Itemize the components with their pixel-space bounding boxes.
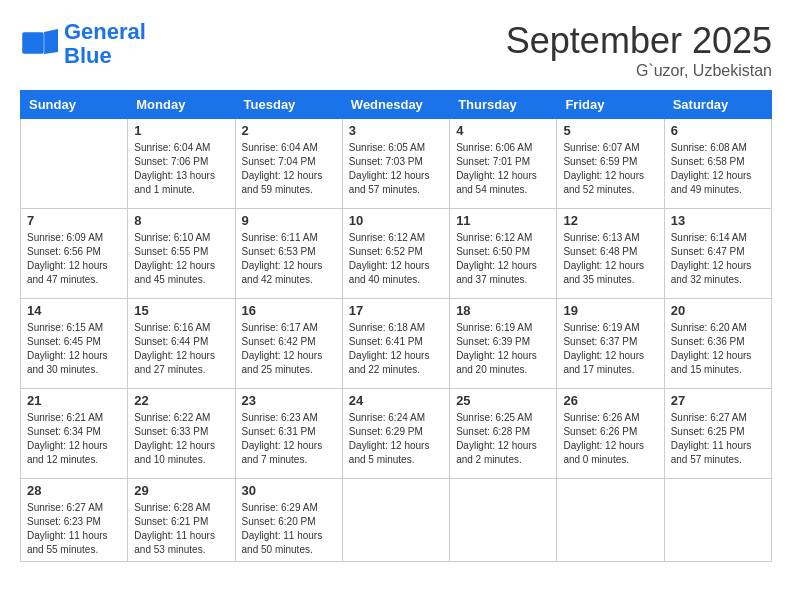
day-info: Sunrise: 6:06 AMSunset: 7:01 PMDaylight:… — [456, 141, 550, 197]
day-info: Sunrise: 6:19 AMSunset: 6:39 PMDaylight:… — [456, 321, 550, 377]
day-number: 25 — [456, 393, 550, 408]
calendar-cell: 24Sunrise: 6:24 AMSunset: 6:29 PMDayligh… — [342, 389, 449, 479]
day-info: Sunrise: 6:27 AMSunset: 6:23 PMDaylight:… — [27, 501, 121, 557]
logo: General Blue — [20, 20, 146, 68]
day-number: 27 — [671, 393, 765, 408]
day-number: 18 — [456, 303, 550, 318]
calendar-cell — [21, 119, 128, 209]
calendar-table: SundayMondayTuesdayWednesdayThursdayFrid… — [20, 90, 772, 562]
page-header: General Blue September 2025 G`uzor, Uzbe… — [20, 20, 772, 80]
day-info: Sunrise: 6:27 AMSunset: 6:25 PMDaylight:… — [671, 411, 765, 467]
calendar-cell: 11Sunrise: 6:12 AMSunset: 6:50 PMDayligh… — [450, 209, 557, 299]
calendar-cell — [450, 479, 557, 562]
day-info: Sunrise: 6:19 AMSunset: 6:37 PMDaylight:… — [563, 321, 657, 377]
calendar-cell: 20Sunrise: 6:20 AMSunset: 6:36 PMDayligh… — [664, 299, 771, 389]
calendar-cell — [557, 479, 664, 562]
logo-line2: Blue — [64, 43, 112, 68]
day-info: Sunrise: 6:26 AMSunset: 6:26 PMDaylight:… — [563, 411, 657, 467]
day-number: 13 — [671, 213, 765, 228]
day-number: 28 — [27, 483, 121, 498]
day-info: Sunrise: 6:20 AMSunset: 6:36 PMDaylight:… — [671, 321, 765, 377]
day-info: Sunrise: 6:15 AMSunset: 6:45 PMDaylight:… — [27, 321, 121, 377]
day-info: Sunrise: 6:05 AMSunset: 7:03 PMDaylight:… — [349, 141, 443, 197]
day-number: 26 — [563, 393, 657, 408]
title-block: September 2025 G`uzor, Uzbekistan — [506, 20, 772, 80]
day-info: Sunrise: 6:04 AMSunset: 7:06 PMDaylight:… — [134, 141, 228, 197]
day-info: Sunrise: 6:21 AMSunset: 6:34 PMDaylight:… — [27, 411, 121, 467]
calendar-cell: 23Sunrise: 6:23 AMSunset: 6:31 PMDayligh… — [235, 389, 342, 479]
day-number: 17 — [349, 303, 443, 318]
calendar-cell: 9Sunrise: 6:11 AMSunset: 6:53 PMDaylight… — [235, 209, 342, 299]
day-number: 2 — [242, 123, 336, 138]
day-number: 9 — [242, 213, 336, 228]
column-header-tuesday: Tuesday — [235, 91, 342, 119]
calendar-cell: 16Sunrise: 6:17 AMSunset: 6:42 PMDayligh… — [235, 299, 342, 389]
logo-line1: General — [64, 19, 146, 44]
day-info: Sunrise: 6:24 AMSunset: 6:29 PMDaylight:… — [349, 411, 443, 467]
day-number: 1 — [134, 123, 228, 138]
day-number: 21 — [27, 393, 121, 408]
column-header-friday: Friday — [557, 91, 664, 119]
day-info: Sunrise: 6:04 AMSunset: 7:04 PMDaylight:… — [242, 141, 336, 197]
calendar-cell: 19Sunrise: 6:19 AMSunset: 6:37 PMDayligh… — [557, 299, 664, 389]
calendar-cell: 28Sunrise: 6:27 AMSunset: 6:23 PMDayligh… — [21, 479, 128, 562]
calendar-cell: 15Sunrise: 6:16 AMSunset: 6:44 PMDayligh… — [128, 299, 235, 389]
month-title: September 2025 — [506, 20, 772, 62]
day-info: Sunrise: 6:11 AMSunset: 6:53 PMDaylight:… — [242, 231, 336, 287]
calendar-cell: 18Sunrise: 6:19 AMSunset: 6:39 PMDayligh… — [450, 299, 557, 389]
day-number: 7 — [27, 213, 121, 228]
day-info: Sunrise: 6:14 AMSunset: 6:47 PMDaylight:… — [671, 231, 765, 287]
calendar-cell: 30Sunrise: 6:29 AMSunset: 6:20 PMDayligh… — [235, 479, 342, 562]
day-info: Sunrise: 6:08 AMSunset: 6:58 PMDaylight:… — [671, 141, 765, 197]
day-number: 22 — [134, 393, 228, 408]
calendar-cell: 12Sunrise: 6:13 AMSunset: 6:48 PMDayligh… — [557, 209, 664, 299]
day-info: Sunrise: 6:29 AMSunset: 6:20 PMDaylight:… — [242, 501, 336, 557]
column-header-wednesday: Wednesday — [342, 91, 449, 119]
calendar-week-row: 7Sunrise: 6:09 AMSunset: 6:56 PMDaylight… — [21, 209, 772, 299]
day-info: Sunrise: 6:16 AMSunset: 6:44 PMDaylight:… — [134, 321, 228, 377]
day-info: Sunrise: 6:25 AMSunset: 6:28 PMDaylight:… — [456, 411, 550, 467]
logo-icon — [20, 24, 60, 64]
calendar-cell: 13Sunrise: 6:14 AMSunset: 6:47 PMDayligh… — [664, 209, 771, 299]
day-number: 19 — [563, 303, 657, 318]
calendar-cell: 1Sunrise: 6:04 AMSunset: 7:06 PMDaylight… — [128, 119, 235, 209]
calendar-week-row: 28Sunrise: 6:27 AMSunset: 6:23 PMDayligh… — [21, 479, 772, 562]
day-number: 15 — [134, 303, 228, 318]
column-header-thursday: Thursday — [450, 91, 557, 119]
calendar-cell: 4Sunrise: 6:06 AMSunset: 7:01 PMDaylight… — [450, 119, 557, 209]
calendar-cell: 10Sunrise: 6:12 AMSunset: 6:52 PMDayligh… — [342, 209, 449, 299]
logo-text: General Blue — [64, 20, 146, 68]
day-info: Sunrise: 6:28 AMSunset: 6:21 PMDaylight:… — [134, 501, 228, 557]
calendar-cell: 21Sunrise: 6:21 AMSunset: 6:34 PMDayligh… — [21, 389, 128, 479]
day-number: 20 — [671, 303, 765, 318]
calendar-cell: 29Sunrise: 6:28 AMSunset: 6:21 PMDayligh… — [128, 479, 235, 562]
day-info: Sunrise: 6:09 AMSunset: 6:56 PMDaylight:… — [27, 231, 121, 287]
day-number: 30 — [242, 483, 336, 498]
svg-marker-1 — [44, 29, 58, 54]
day-number: 11 — [456, 213, 550, 228]
calendar-week-row: 14Sunrise: 6:15 AMSunset: 6:45 PMDayligh… — [21, 299, 772, 389]
day-info: Sunrise: 6:07 AMSunset: 6:59 PMDaylight:… — [563, 141, 657, 197]
calendar-cell: 17Sunrise: 6:18 AMSunset: 6:41 PMDayligh… — [342, 299, 449, 389]
day-number: 14 — [27, 303, 121, 318]
day-info: Sunrise: 6:12 AMSunset: 6:50 PMDaylight:… — [456, 231, 550, 287]
day-info: Sunrise: 6:12 AMSunset: 6:52 PMDaylight:… — [349, 231, 443, 287]
day-info: Sunrise: 6:23 AMSunset: 6:31 PMDaylight:… — [242, 411, 336, 467]
column-header-saturday: Saturday — [664, 91, 771, 119]
day-number: 5 — [563, 123, 657, 138]
day-info: Sunrise: 6:10 AMSunset: 6:55 PMDaylight:… — [134, 231, 228, 287]
calendar-header-row: SundayMondayTuesdayWednesdayThursdayFrid… — [21, 91, 772, 119]
calendar-cell: 3Sunrise: 6:05 AMSunset: 7:03 PMDaylight… — [342, 119, 449, 209]
day-number: 29 — [134, 483, 228, 498]
calendar-cell — [664, 479, 771, 562]
day-number: 24 — [349, 393, 443, 408]
day-number: 8 — [134, 213, 228, 228]
calendar-cell: 2Sunrise: 6:04 AMSunset: 7:04 PMDaylight… — [235, 119, 342, 209]
column-header-sunday: Sunday — [21, 91, 128, 119]
calendar-cell — [342, 479, 449, 562]
day-number: 3 — [349, 123, 443, 138]
calendar-cell: 25Sunrise: 6:25 AMSunset: 6:28 PMDayligh… — [450, 389, 557, 479]
day-info: Sunrise: 6:22 AMSunset: 6:33 PMDaylight:… — [134, 411, 228, 467]
calendar-week-row: 21Sunrise: 6:21 AMSunset: 6:34 PMDayligh… — [21, 389, 772, 479]
day-number: 10 — [349, 213, 443, 228]
